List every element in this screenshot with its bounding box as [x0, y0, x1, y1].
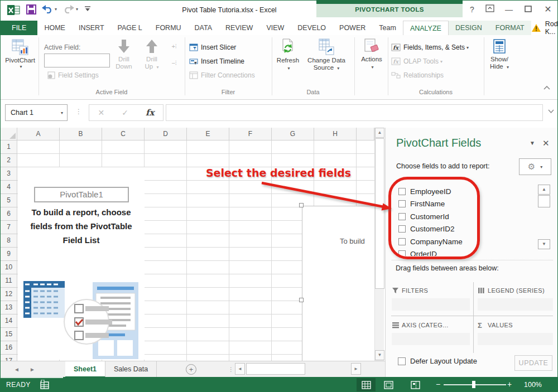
- formula-bar-splitter[interactable]: ⋮: [75, 108, 82, 115]
- tab-home[interactable]: HOME: [37, 21, 72, 35]
- field-checkbox-CustomerID2[interactable]: [398, 225, 406, 233]
- tab-formu[interactable]: FORMU: [149, 21, 188, 35]
- view-page-layout-button[interactable]: [379, 378, 398, 391]
- row-header-16[interactable]: 16: [1, 341, 17, 355]
- new-sheet-button[interactable]: +: [186, 364, 196, 375]
- field-item-FirstName[interactable]: FirstName: [386, 198, 538, 211]
- chart-handle-top-left[interactable]: [299, 203, 304, 207]
- sheet-nav-right-icon[interactable]: ►: [30, 361, 35, 378]
- field-item-OrderID[interactable]: OrderID: [386, 248, 538, 257]
- change-data-source-button[interactable]: Change DataSource ▾: [302, 38, 351, 72]
- redo-button[interactable]: ▾: [63, 4, 78, 13]
- field-item-CompanyName[interactable]: CompanyName: [386, 235, 538, 248]
- pivot-placeholder[interactable]: PivotTable1 To build a report, choose fi…: [18, 167, 145, 360]
- horizontal-scrollbar-thumb[interactable]: [246, 363, 305, 375]
- tab-scroll-splitter[interactable]: ⋮: [228, 361, 234, 378]
- maximize-button[interactable]: [521, 4, 535, 15]
- row-header-8[interactable]: 8: [1, 234, 17, 248]
- column-header-F[interactable]: F: [229, 128, 272, 141]
- sheet-tab-sales-data[interactable]: Sales Data: [105, 361, 157, 378]
- active-field-input[interactable]: [44, 54, 110, 67]
- field-list-scroll-up[interactable]: ▲: [538, 185, 550, 195]
- expand-formula-bar-icon[interactable]: [547, 108, 555, 115]
- area-legend[interactable]: LEGEND (SERIES): [478, 285, 553, 311]
- tab-data[interactable]: DATA: [188, 21, 219, 35]
- relationships-button[interactable]: Relationships: [391, 70, 444, 81]
- formula-input[interactable]: [166, 104, 543, 121]
- column-header-A[interactable]: A: [17, 128, 60, 141]
- tab-design[interactable]: DESIGN: [449, 21, 489, 35]
- field-checkbox-CompanyName[interactable]: [398, 238, 406, 245]
- name-box-dropdown-icon[interactable]: ▾: [61, 110, 63, 115]
- row-header-17[interactable]: 17: [1, 355, 17, 361]
- row-header-14[interactable]: 14: [1, 314, 17, 328]
- row-header-3[interactable]: 3: [1, 167, 17, 181]
- column-header-D[interactable]: D: [145, 128, 187, 141]
- close-button[interactable]: ✕: [541, 4, 555, 15]
- field-item-CustomerID2[interactable]: CustomerID2: [386, 223, 538, 236]
- area-values[interactable]: ΣVALUES: [478, 320, 553, 345]
- tab-page-l[interactable]: PAGE L: [111, 21, 149, 35]
- row-header-13[interactable]: 13: [1, 301, 17, 314]
- column-header-E[interactable]: E: [187, 128, 229, 141]
- tools-gear-button[interactable]: ⚙ ▾: [519, 158, 551, 175]
- save-button[interactable]: [26, 4, 36, 14]
- expand-field-button[interactable]: +⫶: [168, 43, 180, 53]
- field-settings-button[interactable]: Field Settings: [47, 70, 99, 81]
- pivotchart-object[interactable]: [302, 206, 374, 361]
- area-dropzone-values[interactable]: [478, 333, 553, 345]
- help-button[interactable]: ?: [465, 4, 479, 15]
- fields-items-sets-button[interactable]: fx Fields, Items, & Sets▾: [391, 42, 469, 53]
- area-axis[interactable]: AXIS (CATEG...: [392, 320, 470, 345]
- collapse-ribbon-button[interactable]: [543, 84, 551, 92]
- field-list-scroll-thumb[interactable]: [538, 195, 550, 207]
- insert-slicer-button[interactable]: Insert Slicer: [189, 42, 236, 53]
- minimize-button[interactable]: —: [502, 4, 516, 15]
- column-header-C[interactable]: C: [102, 128, 145, 141]
- collapse-field-button[interactable]: −⫶: [168, 60, 180, 70]
- select-all-corner[interactable]: [1, 128, 17, 141]
- view-normal-button[interactable]: [357, 378, 376, 391]
- pane-close-icon[interactable]: ✕: [542, 138, 550, 148]
- defer-layout-checkbox[interactable]: [398, 357, 406, 365]
- ribbon-display-options-button[interactable]: [483, 4, 497, 15]
- tab-insert[interactable]: INSERT: [72, 21, 111, 35]
- field-item-CustomerId[interactable]: CustomerId: [386, 210, 538, 223]
- column-header-partial[interactable]: [357, 128, 374, 141]
- column-header-G[interactable]: G: [272, 128, 314, 141]
- row-header-4[interactable]: 4: [1, 181, 17, 194]
- sheet-tab-sheet1[interactable]: Sheet1: [65, 361, 105, 378]
- field-checkbox-EmployeeID[interactable]: [398, 188, 406, 195]
- hscroll-right-button[interactable]: ►: [351, 363, 361, 375]
- row-header-1[interactable]: 1: [1, 141, 17, 154]
- pivotchart-button[interactable]: PivotChart ▾: [4, 38, 36, 69]
- tab-file[interactable]: FILE: [1, 21, 37, 35]
- tab-view[interactable]: VIEW: [259, 21, 291, 35]
- field-list-scrollbar[interactable]: ▲ ▼: [538, 185, 550, 250]
- refresh-button[interactable]: Refresh▾: [275, 38, 301, 72]
- actions-button[interactable]: Actions▾: [358, 38, 386, 71]
- insert-timeline-button[interactable]: Insert Timeline: [189, 56, 244, 67]
- undo-dropdown-icon[interactable]: ▾: [55, 7, 57, 12]
- insert-function-icon[interactable]: fx: [146, 108, 154, 118]
- scroll-up-button[interactable]: ▲: [375, 128, 384, 138]
- customize-qat-button[interactable]: [84, 4, 91, 12]
- zoom-out-button[interactable]: −: [436, 380, 440, 389]
- tab-analyze[interactable]: ANALYZE: [403, 21, 449, 35]
- drill-down-button[interactable]: DrillDown: [111, 38, 137, 70]
- enter-icon[interactable]: ✓: [122, 108, 128, 117]
- area-dropzone-legend[interactable]: [478, 298, 553, 311]
- drill-up-button[interactable]: DrillUp ▾: [139, 38, 165, 71]
- column-header-B[interactable]: B: [60, 128, 102, 141]
- field-checkbox-FirstName[interactable]: [398, 200, 406, 207]
- row-header-9[interactable]: 9: [1, 248, 17, 261]
- vertical-scrollbar-thumb[interactable]: [375, 138, 384, 289]
- macro-record-icon[interactable]: [40, 380, 50, 391]
- filter-connections-button[interactable]: Filter Connections: [189, 70, 255, 81]
- column-header-H[interactable]: H: [314, 128, 357, 141]
- tab-power[interactable]: POWER: [333, 21, 372, 35]
- field-list-scroll-down[interactable]: ▼: [538, 239, 550, 249]
- zoom-slider-thumb[interactable]: [472, 381, 475, 388]
- scroll-down-button[interactable]: ▼: [375, 350, 384, 360]
- update-button[interactable]: UPDATE: [514, 355, 552, 371]
